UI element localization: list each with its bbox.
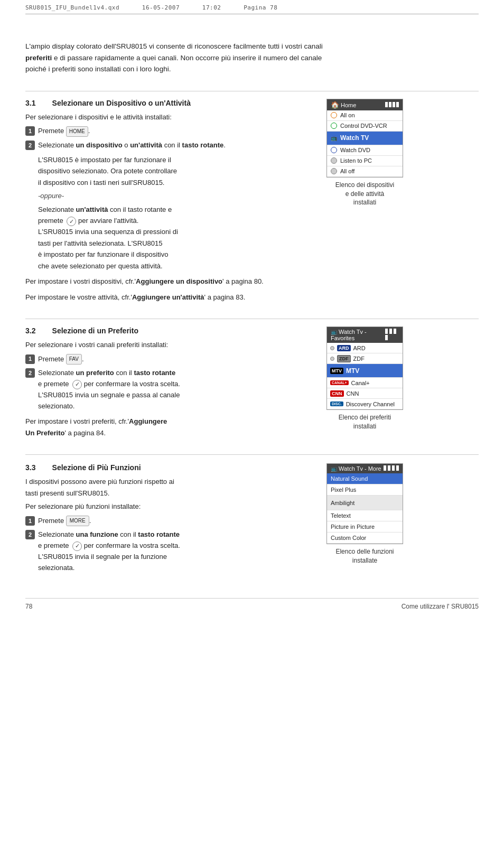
more-list-box: 📺 Watch Tv - More Natural Sound Pixel Pl [326,463,403,544]
indent-para2: Selezionate un'attività con il tasto rot… [38,204,316,272]
fav-list-caption: Elenco dei preferiti installati [339,413,391,431]
ref31-line1: Per impostare i vostri dispositivi, cfr.… [25,276,316,287]
checkmark-icon-32: ✓ [72,380,82,389]
step32-1-num: 1 [25,354,35,364]
device-item-listenpc-label: Listen to PC [340,157,372,164]
section31-step1: 1 Premete HOME. [25,126,316,137]
fav-item-ard[interactable]: ARD ARD [327,343,403,353]
page-footer: 78 Come utilizzare l' SRU8015 [25,598,479,610]
device-item-watchtv[interactable]: 📺 Watch TV [327,132,403,145]
step32-1-content: Premete FAV. [38,354,316,365]
more-item-customcolor[interactable]: Custom Color [327,533,403,544]
more-item-teletext-label: Teletext [331,512,351,519]
device-list-box: 🏠 Home All on Cont [326,99,403,178]
step33-2-content: Selezionate una funzione con il tasto ro… [38,529,316,573]
fav-item-mtv[interactable]: MTV MTV [327,364,403,378]
device-item-alloff-label: All off [340,168,354,174]
circle-icon-dvd [330,122,338,129]
circle-icon-watchdvd [330,146,338,154]
step2-num: 2 [25,141,35,150]
device-list-header-label: 🏠 Home [331,101,356,109]
fav-label-zdf: ZDF [353,356,365,362]
fav-logo-zdf: ZDF [337,355,351,362]
circle-icon-listenpc [330,157,338,164]
section33-subtitle1: I dispositivi possono avere più funzioni… [25,476,316,487]
fav-label-discovery: Discovery Channel [346,401,395,407]
fav-list-header: 📺 Watch Tv - Favorites [327,327,403,343]
home-key[interactable]: HOME [66,126,88,137]
more-list-panel: 📺 Watch Tv - More Natural Sound Pixel Pl [326,463,403,565]
section31-body: Per selezionare i dispositivi e le attiv… [25,111,316,303]
device-item-watchdvd-label: Watch DVD [340,147,370,153]
section33-text: 3.3 Selezione di Più Funzioni I disposit… [25,463,326,576]
fav-item-cnn[interactable]: CNN CNN [327,388,403,399]
fav-key[interactable]: FAV [66,354,82,365]
device-item-alloff[interactable]: All off [327,166,403,177]
section32-block: 3.2 Selezione di un Preferito Per selezi… [25,326,479,438]
more-battery-icon [384,465,399,472]
section32-title: 3.2 Selezione di un Preferito [25,326,316,335]
device-item-watchdvd[interactable]: Watch DVD [327,145,403,156]
fav-item-discovery[interactable]: DISC. Discovery Channel [327,399,403,409]
fav-list-box: 📺 Watch Tv - Favorites ARD ARD [326,326,403,410]
step33-1-num: 1 [25,516,35,526]
footer-page-number: 78 [25,603,32,610]
ref32-line1: Per impostare i vostri preferiti, cfr.'A… [25,416,316,438]
fav-item-canal[interactable]: CANAL+ Canal+ [327,378,403,388]
fav-logo-canal: CANAL+ [330,380,349,385]
section32-divider [25,319,479,319]
more-item-teletext[interactable]: Teletext [327,510,403,521]
section31-step2: 2 Selezionate un dispositivo o un'attivi… [25,140,316,151]
section33-block: 3.3 Selezione di Più Funzioni I disposit… [25,463,479,576]
more-key[interactable]: MORE [66,516,89,526]
section31-block: 3.1 Selezionare un Dispositivo o un'Atti… [25,99,479,303]
circle-icon-alloff [330,167,338,175]
section33-subtitle3: Per selezionare più funzioni installate: [25,501,316,512]
more-item-pip[interactable]: Picture in Picture [327,521,403,533]
section33-step2: 2 Selezionate una funzione con il tasto … [25,529,316,573]
fav-label-canal: Canal+ [351,380,370,386]
device-item-dvd[interactable]: Control DVD-VCR [327,121,403,132]
step2-content: Selezionate un dispositivo o un'attività… [38,140,316,151]
fav-logo-discovery: DISC. [330,402,343,406]
header-time: 17:02 [202,4,221,11]
device-list-panel: 🏠 Home All on Cont [326,99,403,207]
fav-number-ard [330,346,334,350]
circle-icon-allon [330,111,338,119]
intro-section: L'ampio display colorato dell'SRU8015 vi… [25,41,332,75]
more-item-natural[interactable]: Natural Sound [327,473,403,484]
fav-label-cnn: CNN [347,390,359,397]
device-list-header: 🏠 Home [327,99,403,110]
device-item-listenpc[interactable]: Listen to PC [327,156,403,166]
section33-body: I dispositivi possono avere più funzioni… [25,476,316,573]
more-item-pip-label: Picture in Picture [331,524,375,530]
fav-list-panel: 📺 Watch Tv - Favorites ARD ARD [326,326,403,431]
more-item-ambilight[interactable]: Ambilight [327,496,403,510]
tv-icon-watchtv: 📺 [330,134,338,142]
device-item-watchtv-label: Watch TV [340,134,369,142]
intro-text1: L'ampio display colorato dell'SRU8015 vi… [25,42,323,73]
more-item-ambilight-label: Ambilight [331,500,354,506]
oppure-line: -oppure- [38,190,316,201]
header-filename: SRU8015_IFU_Bundel1v4.qxd [25,4,119,11]
step1-num: 1 [25,126,35,136]
section32-step2: 2 Selezionate un preferito con il tasto … [25,368,316,412]
fav-item-zdf[interactable]: ZDF ZDF [327,353,403,364]
header-page: Pagina 78 [244,4,277,11]
more-item-customcolor-label: Custom Color [331,535,366,541]
section31-divider [25,91,479,91]
section33-divider [25,454,479,455]
section33-title: 3.3 Selezione di Più Funzioni [25,463,316,472]
device-item-allon-label: All on [340,112,355,118]
more-list-header-label: 📺 Watch Tv - More [331,465,381,472]
step33-2-num: 2 [25,530,35,539]
header-date: 16-05-2007 [142,4,180,11]
fav-logo-cnn: CNN [330,390,344,397]
more-item-pixelplus[interactable]: Pixel Plus [327,484,403,496]
device-item-all-on[interactable]: All on [327,110,403,121]
more-item-pixelplus-label: Pixel Plus [331,487,356,493]
device-item-dvd-label: Control DVD-VCR [340,123,387,129]
section32-step1: 1 Premete FAV. [25,354,316,365]
step1-content: Premete HOME. [38,126,316,137]
fav-logo-mtv: MTV [330,368,343,374]
